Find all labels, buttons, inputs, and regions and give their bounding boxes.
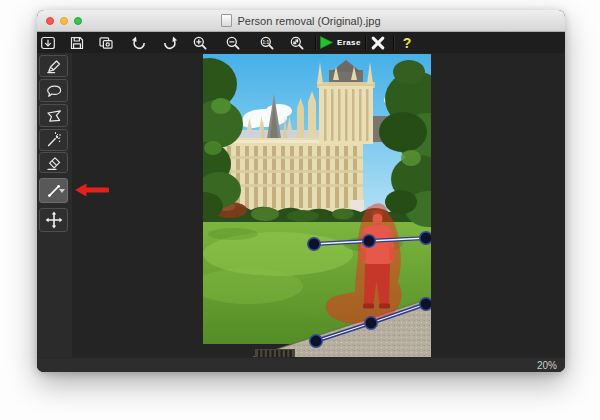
toolbar-separator: [365, 35, 366, 50]
line-tool-button[interactable]: [39, 178, 68, 203]
help-button[interactable]: ?: [399, 33, 415, 52]
photo-canvas[interactable]: [203, 54, 431, 359]
zoom-out-button[interactable]: [222, 34, 244, 51]
magic-wand-tool-button[interactable]: [39, 129, 68, 151]
dropdown-arrow-icon[interactable]: [59, 189, 65, 193]
polygon-lasso-icon: [45, 107, 63, 125]
zoom-1-1-icon: 1:1: [259, 35, 275, 51]
zoom-level-indicator: 20%: [537, 360, 565, 371]
undo-icon: [131, 35, 147, 51]
erase-button-label: Erase: [337, 38, 361, 47]
copy-button[interactable]: [95, 34, 117, 51]
guide-line-control-point[interactable]: [363, 235, 375, 247]
open-button[interactable]: [37, 34, 59, 51]
guide-line-control-point[interactable]: [420, 298, 431, 310]
guide-line-control-point[interactable]: [420, 232, 431, 244]
guide-line-control-point[interactable]: [310, 335, 322, 347]
svg-text:1:1: 1:1: [262, 39, 269, 44]
polygon-lasso-tool-button[interactable]: [39, 104, 68, 127]
save-icon: [69, 35, 85, 51]
title-bar: Person removal (Original).jpg: [37, 10, 565, 32]
marker-icon: [45, 57, 63, 75]
x-icon: [371, 36, 385, 50]
marker-tool-button[interactable]: [39, 55, 68, 77]
status-bar: 20%: [37, 357, 565, 372]
redo-icon: [162, 35, 178, 51]
zoom-in-icon: [192, 35, 208, 51]
magic-wand-icon: [45, 131, 63, 149]
toolbar-separator: [315, 35, 316, 50]
lasso-icon: [45, 82, 63, 100]
eraser-tool-button[interactable]: [39, 152, 68, 173]
annotation-arrow-icon: [74, 182, 110, 198]
save-button[interactable]: [66, 34, 88, 51]
zoom-out-icon: [225, 35, 241, 51]
undo-button[interactable]: [128, 34, 150, 51]
guide-line-control-point[interactable]: [365, 317, 377, 329]
eraser-icon: [45, 154, 63, 172]
window-controls: [46, 17, 82, 25]
guide-line-control-point[interactable]: [308, 238, 320, 250]
main-toolbar: 1:1 Erase ?: [37, 32, 565, 54]
open-icon: [40, 35, 56, 51]
move-icon: [45, 211, 63, 229]
cancel-button[interactable]: [370, 34, 385, 51]
zoom-window-button[interactable]: [74, 17, 82, 25]
zoom-fit-button[interactable]: [286, 34, 308, 51]
screen: Person removal (Original).jpg: [0, 0, 600, 420]
toolbar-separator: [393, 35, 394, 50]
erase-run-button[interactable]: Erase: [320, 34, 361, 51]
redo-button[interactable]: [159, 34, 181, 51]
zoom-actual-size-button[interactable]: 1:1: [256, 34, 278, 51]
help-button-label: ?: [403, 35, 412, 51]
zoom-in-button[interactable]: [189, 34, 211, 51]
minimize-window-button[interactable]: [60, 17, 68, 25]
app-window: Person removal (Original).jpg: [37, 10, 565, 372]
close-window-button[interactable]: [46, 17, 54, 25]
move-tool-button[interactable]: [39, 208, 68, 232]
window-title-group: Person removal (Original).jpg: [221, 14, 380, 27]
zoom-fit-icon: [289, 35, 305, 51]
workspace: 20%: [37, 53, 565, 372]
window-title: Person removal (Original).jpg: [237, 15, 380, 27]
copy-icon: [98, 35, 114, 51]
play-icon: [320, 36, 333, 49]
document-proxy-icon: [221, 14, 232, 27]
lasso-tool-button[interactable]: [39, 79, 68, 102]
